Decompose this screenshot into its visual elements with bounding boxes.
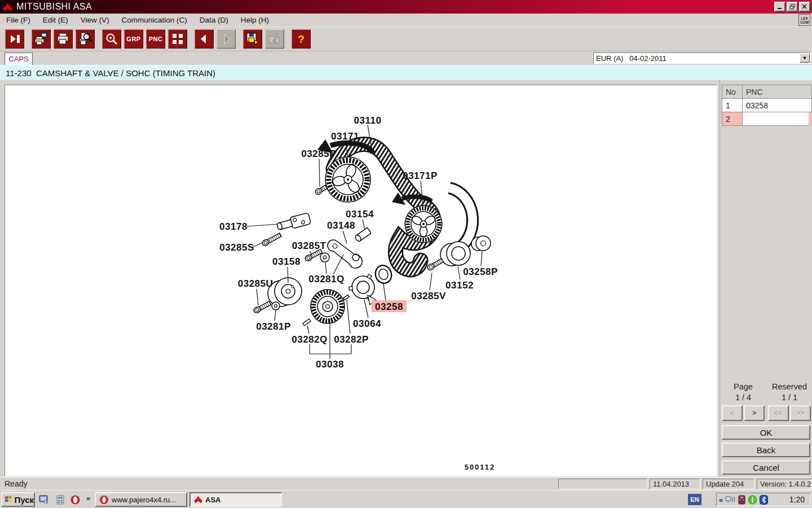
ok-button[interactable]: OK [722, 425, 810, 440]
svg-text:03281Q: 03281Q [308, 274, 345, 284]
page-next-button[interactable]: > [744, 405, 765, 421]
start-label: Пуск [14, 495, 34, 505]
taskbar-task-2[interactable]: ASA [189, 492, 282, 507]
part-label-03152[interactable]: 03152 [445, 280, 474, 291]
forward-button[interactable] [217, 29, 236, 49]
svg-text:03171P: 03171P [403, 170, 438, 181]
part-label-03158[interactable]: 03158 [272, 256, 301, 267]
network-icon[interactable] [725, 495, 736, 504]
exit-button[interactable] [5, 29, 24, 49]
svg-text:03258P: 03258P [463, 266, 498, 277]
print-button[interactable] [54, 29, 73, 49]
menu-item-file[interactable]: File (F) [0, 14, 37, 27]
magnifier-icon [105, 32, 118, 46]
save-button[interactable] [243, 29, 262, 49]
part-label-03171P[interactable]: 03171P [403, 170, 438, 181]
cancel-button[interactable]: Cancel [722, 460, 810, 475]
zoom-button[interactable] [102, 29, 121, 49]
pnc-table-row-1[interactable]: 103258 [722, 99, 812, 112]
region-combo-value: EUR (A) 04-02-2011 [596, 54, 667, 63]
bluetooth-icon[interactable] [760, 495, 768, 505]
part-label-03171[interactable]: 03171 [331, 131, 359, 142]
part-label-03281Q[interactable]: 03281Q [308, 274, 345, 284]
tiles-icon [171, 32, 184, 46]
minimize-button[interactable] [774, 2, 785, 12]
region-combo[interactable]: EUR (A) 04-02-2011 ▼ [593, 52, 811, 64]
status-version: Version: 1.4.0.2 [757, 479, 812, 489]
svg-text:03154: 03154 [346, 209, 374, 220]
quicklaunch-overflow-chevron[interactable]: » [86, 494, 90, 502]
print-setup-button[interactable] [32, 29, 51, 49]
text-icon: PNC [149, 36, 163, 42]
opera-icon [99, 495, 109, 505]
svg-text:03285U: 03285U [238, 278, 273, 289]
start-button[interactable]: Пуск [1, 492, 35, 507]
print-preview-icon [78, 32, 92, 46]
page-label: Page [720, 382, 766, 392]
back-button[interactable] [195, 29, 214, 49]
status-bar: Ready 11.04.2013 Update 204 Version: 1.4… [0, 477, 812, 490]
info-icon[interactable] [748, 495, 757, 505]
part-label-03285P[interactable]: 03285P [301, 148, 336, 159]
export-button[interactable] [265, 29, 284, 49]
svg-text:03152: 03152 [445, 280, 474, 291]
part-label-03281P[interactable]: 03281P [256, 321, 291, 332]
tray-chevron[interactable]: « [719, 496, 723, 504]
grp-button[interactable]: GRP [124, 29, 143, 49]
windows-logo-icon [5, 495, 12, 504]
reserved-label: Reserved [766, 382, 812, 392]
menu-item-help[interactable]: Help (H) [235, 14, 275, 27]
app-shortcut-icon[interactable] [54, 493, 67, 506]
spacer-03258P [471, 236, 491, 251]
folder-icon [267, 32, 282, 46]
part-label-03285T[interactable]: 03285T [292, 240, 326, 251]
back-button[interactable]: Back [722, 443, 810, 457]
page-prev-button[interactable]: < [722, 405, 743, 421]
close-button[interactable] [799, 2, 810, 12]
reserved-last-button[interactable]: >> [790, 405, 811, 421]
print-preview-button[interactable] [76, 29, 95, 49]
part-label-03148[interactable]: 03148 [327, 220, 355, 231]
pnc-button[interactable]: PNC [146, 29, 165, 49]
restore-button[interactable] [787, 2, 798, 12]
section-header: 11-230 CAMSHAFT & VALVE / SOHC (TIMING T… [0, 65, 812, 80]
printer-icon [56, 32, 70, 46]
chevron-down-icon[interactable]: ▼ [800, 54, 810, 63]
tab-caps[interactable]: CAPS [5, 52, 33, 65]
arrow-left-icon [197, 32, 211, 46]
help-button[interactable]: ? [292, 29, 311, 49]
idler-pulley [440, 242, 470, 266]
show-desktop-icon[interactable] [38, 493, 50, 506]
part-label-03282P[interactable]: 03282P [334, 334, 369, 345]
part-label-03038[interactable]: 03038 [316, 359, 344, 370]
toolbar: GRPPNC? [0, 27, 812, 51]
menu-item-edit[interactable]: Edit (E) [37, 14, 74, 27]
taskbar-task-1[interactable]: www.pajero4x4.ru... [95, 492, 187, 507]
multi-view-button[interactable] [168, 29, 187, 49]
bolt [253, 300, 271, 314]
part-label-03110[interactable]: 03110 [354, 115, 382, 126]
menu-item-view[interactable]: View (V) [74, 14, 116, 27]
part-label-03282Q[interactable]: 03282Q [292, 334, 328, 345]
pnc-table-row-2[interactable]: 2 [722, 112, 812, 126]
menu-item-data[interactable]: Data (D) [193, 14, 235, 27]
svg-text:03282Q: 03282Q [292, 334, 328, 345]
reserved-first-button[interactable]: << [768, 405, 789, 421]
menu-item-communication[interactable]: Communication (C) [116, 14, 193, 27]
part-label-03064[interactable]: 03064 [353, 318, 381, 329]
title-bar: MITSUBISHI ASA [0, 0, 812, 14]
part-label-03178[interactable]: 03178 [219, 221, 248, 232]
opera-icon[interactable] [69, 493, 81, 506]
part-label-03285V[interactable]: 03285V [411, 291, 446, 301]
part-label-03258[interactable]: 03258 [372, 300, 407, 312]
part-label-03285S[interactable]: 03285S [219, 242, 254, 253]
part-label-03154[interactable]: 03154 [346, 209, 374, 220]
part-label-03285U[interactable]: 03285U [238, 278, 273, 289]
svg-text:03285S: 03285S [219, 242, 254, 253]
svg-text:03285T: 03285T [292, 240, 326, 251]
device-disconnected-icon[interactable] [738, 495, 745, 505]
part-label-03258P[interactable]: 03258P [463, 266, 498, 277]
oil-seal [373, 263, 394, 285]
printer-screen-icon [34, 32, 48, 46]
language-indicator[interactable]: EN [688, 494, 701, 505]
